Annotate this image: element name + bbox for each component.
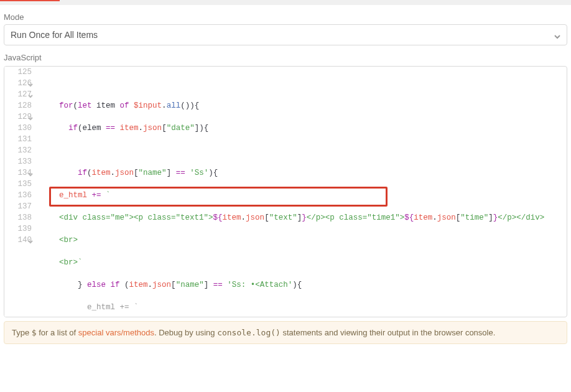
hint-bar: Type $ for a list of special vars/method… [4, 321, 567, 344]
code-line: for(let item of $input.all()){ [40, 100, 567, 111]
code-line [40, 78, 567, 89]
code-editor[interactable]: 1251261271281291301311321331341351361371… [4, 66, 567, 317]
fold-chevron-icon[interactable] [28, 114, 33, 119]
code-line: if(item.json["name"] == 'Ss'){ [40, 167, 567, 179]
fold-chevron-icon[interactable] [28, 80, 33, 85]
fold-chevron-icon[interactable] [28, 170, 33, 175]
code-area[interactable]: for(let item of $input.all()){ if(elem =… [35, 67, 567, 317]
javascript-label: JavaScript [4, 53, 571, 62]
mode-selected-value: Run Once for All Items [11, 30, 98, 40]
line-number-gutter: 1251261271281291301311321331341351361371… [4, 67, 35, 317]
code-line: } else if (item.json["name"] == 'Ss: •<A… [40, 279, 567, 291]
chevron-down-icon [554, 32, 560, 38]
code-line: <div class="me"><p class="text1">${item.… [40, 212, 567, 223]
tab-indicator [0, 0, 571, 5]
code-line: <br> [40, 235, 567, 246]
special-vars-link[interactable]: special vars/methods [78, 328, 154, 337]
mode-select[interactable]: Run Once for All Items [4, 24, 567, 45]
mode-label: Mode [4, 12, 571, 22]
code-line: e_html += ` [40, 302, 567, 313]
code-line: if(elem == item.json["date"]){ [40, 123, 567, 134]
code-line: e_html += ` [40, 190, 567, 201]
code-line: <br>` [40, 257, 567, 268]
fold-chevron-icon[interactable] [28, 91, 33, 96]
fold-chevron-icon[interactable] [28, 237, 33, 242]
code-line [40, 145, 567, 156]
